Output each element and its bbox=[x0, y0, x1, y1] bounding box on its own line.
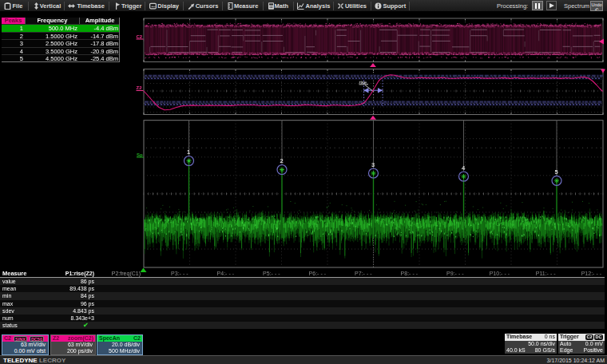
svg-text:rise: rise bbox=[359, 80, 367, 85]
svg-text:1: 1 bbox=[187, 148, 190, 156]
svg-text:C2: C2 bbox=[137, 34, 143, 39]
svg-text:Z2: Z2 bbox=[137, 85, 143, 90]
svg-text:2: 2 bbox=[280, 157, 283, 164]
svg-text:3: 3 bbox=[371, 161, 375, 168]
svg-text:Sp: Sp bbox=[137, 152, 143, 157]
svg-text:5: 5 bbox=[554, 168, 557, 176]
